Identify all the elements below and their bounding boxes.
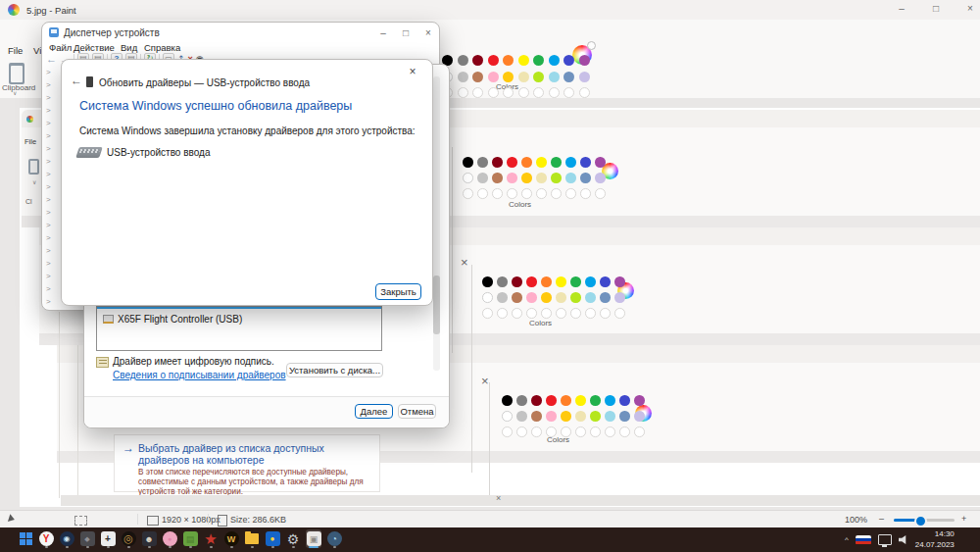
color-swatch	[556, 292, 566, 303]
empty-color-swatch	[551, 188, 562, 199]
driver-signing-link[interactable]: Сведения о подписывании драйверов	[113, 370, 286, 380]
close-button[interactable]: ×	[963, 2, 977, 16]
wizard-scrollbar-thumb[interactable]	[433, 276, 440, 334]
zoom-in-button[interactable]: +	[961, 514, 966, 524]
game-blue-icon[interactable]: ●	[265, 529, 280, 548]
network-icon[interactable]	[878, 534, 892, 545]
tree-item-partial[interactable]: >	[46, 93, 51, 102]
game-clock-icon[interactable]: +	[100, 529, 116, 548]
device-chip-icon	[103, 315, 114, 324]
driver-list-box[interactable]: X65F Flight Controller (USB)	[96, 306, 382, 351]
color-swatch[interactable]	[503, 72, 514, 82]
empty-color-swatch[interactable]	[549, 87, 560, 98]
empty-color-swatch[interactable]	[472, 87, 483, 98]
color-swatch	[556, 276, 566, 287]
tree-item-partial[interactable]: >	[46, 144, 51, 153]
dm-device-tree[interactable]: >>>>>>>>>>>>>>>>>>>	[43, 64, 63, 307]
tray-chevron-icon[interactable]: ^	[845, 535, 849, 544]
color-swatch[interactable]	[564, 55, 574, 66]
language-flag-icon[interactable]	[856, 535, 871, 545]
tree-item-partial[interactable]: >	[46, 182, 51, 191]
tree-item-partial[interactable]: >	[46, 233, 51, 242]
color-swatch[interactable]	[518, 55, 529, 66]
tree-item-partial[interactable]: >	[46, 221, 51, 229]
game-hand-icon[interactable]: ◆	[79, 529, 95, 548]
color-swatch[interactable]	[472, 72, 483, 82]
color-swatch[interactable]	[579, 72, 590, 82]
nested-paste-icon	[28, 159, 39, 175]
back-arrow-icon[interactable]: ←	[71, 74, 82, 87]
color-swatch[interactable]	[458, 72, 468, 82]
wow-icon[interactable]: W	[223, 529, 239, 548]
game-wheel-icon[interactable]: ◎	[121, 529, 136, 548]
tree-item-partial[interactable]: >	[46, 106, 51, 115]
color-swatch[interactable]	[488, 72, 499, 82]
tree-item-partial[interactable]: >	[46, 259, 51, 268]
red-star-icon[interactable]: ★	[203, 529, 219, 548]
paint-app-icon[interactable]: ▣	[306, 529, 321, 548]
tree-item-partial[interactable]: >	[46, 131, 51, 140]
minecraft-icon[interactable]: ▤	[182, 529, 198, 548]
close-dialog-button[interactable]: Закрыть	[375, 283, 421, 300]
empty-color-swatch	[541, 308, 552, 319]
color-swatch[interactable]	[503, 55, 514, 66]
tree-item-partial[interactable]: >	[46, 272, 51, 280]
paint-statusbar: 1920 × 1080px Size: 286.6KB 100% – +	[0, 510, 980, 528]
empty-color-swatch[interactable]	[533, 87, 544, 98]
minimize-button[interactable]: –	[895, 2, 908, 16]
empty-color-swatch[interactable]	[488, 87, 499, 98]
dm-close-button[interactable]: ×	[420, 26, 436, 40]
game-globe-icon[interactable]: ◔	[326, 529, 342, 548]
steam-icon[interactable]: ◉	[59, 529, 74, 548]
game-portrait-icon[interactable]: ☻	[141, 529, 157, 548]
yandex-browser-icon[interactable]: Y	[38, 529, 54, 548]
dm-minimize-button[interactable]: –	[375, 26, 391, 40]
color-swatch[interactable]	[579, 55, 590, 66]
menu-file[interactable]: File	[8, 45, 23, 56]
color-swatch	[507, 173, 517, 183]
color-swatch[interactable]	[564, 72, 574, 82]
empty-color-swatch[interactable]	[564, 87, 574, 98]
dialog-close-icon[interactable]: ×	[405, 64, 420, 79]
volume-icon[interactable]	[899, 535, 908, 544]
driver-list-item[interactable]: X65F Flight Controller (USB)	[118, 314, 242, 325]
empty-color-swatch[interactable]	[579, 87, 590, 98]
tree-item-partial[interactable]: >	[46, 170, 51, 178]
tree-item-partial[interactable]: >	[46, 246, 51, 255]
tree-item-partial[interactable]: >	[46, 119, 51, 127]
color-swatch[interactable]	[458, 55, 468, 66]
cancel-button[interactable]: Отмена	[398, 404, 436, 419]
empty-color-swatch	[595, 188, 606, 199]
gear-icon[interactable]: ⚙	[285, 529, 301, 548]
tree-item-partial[interactable]: >	[46, 284, 51, 293]
tree-item-partial[interactable]: >	[46, 157, 51, 166]
color-swatch[interactable]	[488, 55, 499, 66]
empty-color-swatch[interactable]	[503, 87, 514, 98]
color-swatch[interactable]	[533, 72, 544, 82]
paste-icon[interactable]	[9, 63, 24, 84]
color-swatch[interactable]	[549, 72, 560, 82]
empty-color-swatch[interactable]	[518, 87, 529, 98]
empty-color-swatch[interactable]	[458, 87, 468, 98]
color-swatch[interactable]	[472, 55, 483, 66]
tree-item-partial[interactable]: >	[46, 208, 51, 217]
tree-item-partial[interactable]: >	[46, 195, 51, 204]
have-disk-button[interactable]: Установить с диска...	[286, 363, 383, 377]
tree-item-partial[interactable]: >	[46, 68, 51, 76]
folder-icon[interactable]	[244, 529, 260, 548]
clock[interactable]: 14:30 24.07.2023	[915, 529, 955, 550]
color-swatch[interactable]	[549, 55, 560, 66]
color-swatch[interactable]	[518, 72, 529, 82]
zoom-slider-thumb[interactable]	[914, 515, 927, 527]
game-pink-icon[interactable]: ●	[162, 529, 177, 548]
tree-item-partial[interactable]: >	[46, 80, 51, 89]
next-button[interactable]: Далее	[355, 404, 393, 419]
zoom-out-button[interactable]: –	[879, 514, 884, 524]
color-swatch	[477, 157, 488, 168]
tree-item-partial[interactable]: >	[46, 297, 51, 306]
windows-logo-icon[interactable]	[18, 529, 33, 548]
maximize-button[interactable]: □	[929, 2, 943, 16]
dm-maximize-button[interactable]: □	[398, 26, 414, 40]
color-swatch	[492, 173, 503, 183]
color-swatch[interactable]	[533, 55, 544, 66]
